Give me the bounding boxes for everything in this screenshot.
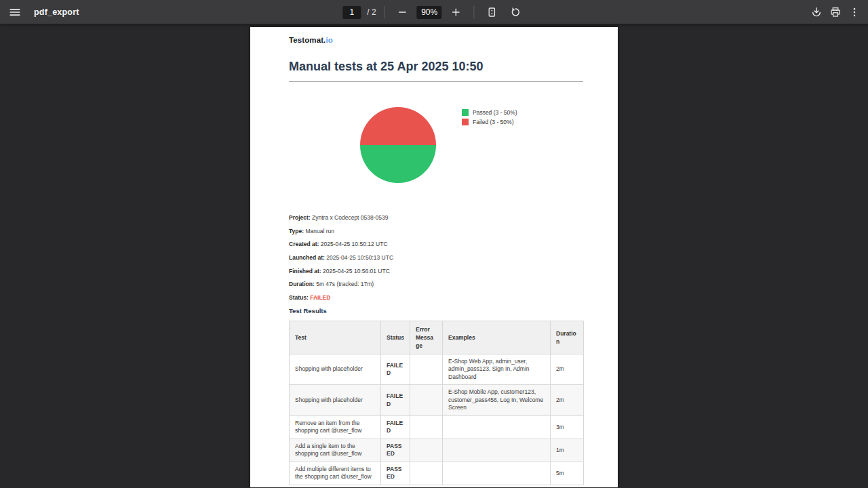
- detail-finished-at: Finished at: 2025-04-25 10:56:01 UTC: [289, 267, 583, 275]
- toolbar-separator: [474, 6, 475, 18]
- table-row: Add a single item to the shopping cart @…: [290, 439, 584, 462]
- cell-duration: 2m: [551, 385, 584, 416]
- toolbar-left: pdf_export: [0, 3, 79, 22]
- detail-value: 2025-04-25 10:50:13 UTC: [326, 254, 393, 261]
- pdf-viewer-canvas[interactable]: Testomat.io Manual tests at 25 Apr 2025 …: [0, 24, 868, 487]
- table-row: Shopping with placeholder FAILED E-Shop …: [290, 385, 584, 416]
- passed-swatch: [462, 109, 469, 116]
- cell-test: Add multiple different items to the shop…: [290, 462, 381, 485]
- detail-label: Launched at:: [289, 254, 325, 261]
- cell-error: [410, 385, 443, 416]
- cell-examples: [443, 462, 551, 485]
- cell-duration: 2m: [551, 354, 584, 385]
- toolbar-right: [807, 3, 868, 22]
- col-header-duration: Duration: [551, 321, 584, 354]
- detail-value: Zyntra x Codecept 0538-0539: [312, 214, 388, 221]
- download-icon: [810, 6, 823, 18]
- legend-label: Failed (3 - 50%): [473, 119, 513, 125]
- legend-label: Passed (3 - 50%): [473, 109, 517, 116]
- test-results-table: Test Status Error Message Examples Durat…: [289, 321, 584, 485]
- col-header-test: Test: [290, 321, 381, 354]
- detail-label: Status:: [289, 294, 309, 301]
- hamburger-icon: [9, 6, 21, 18]
- legend-item-failed: Failed (3 - 50%): [462, 119, 517, 125]
- detail-value: Manual run: [305, 228, 334, 235]
- kebab-menu-icon: [848, 6, 861, 18]
- col-header-examples: Examples: [443, 321, 551, 354]
- cell-test: Shopping with placeholder: [290, 354, 381, 385]
- detail-label: Created at:: [289, 241, 319, 247]
- status-badge: FAILED: [310, 294, 330, 301]
- menu-button[interactable]: [5, 3, 24, 22]
- fit-to-page-button[interactable]: [483, 3, 502, 22]
- document-title: pdf_export: [34, 7, 79, 17]
- cell-error: [410, 415, 443, 439]
- cell-status: PASSED: [381, 439, 410, 462]
- test-results-heading: Test Results: [289, 307, 583, 315]
- print-icon: [829, 6, 842, 18]
- pdf-viewer-toolbar: pdf_export / 2: [0, 0, 868, 24]
- detail-launched-at: Launched at: 2025-04-25 10:50:13 UTC: [289, 253, 583, 262]
- detail-label: Project:: [289, 214, 311, 221]
- page-total-label: / 2: [367, 7, 376, 17]
- detail-label: Finished at:: [289, 268, 321, 274]
- rotate-button[interactable]: [507, 3, 526, 22]
- detail-duration: Duration: 5m 47s (tracked: 17m): [289, 280, 583, 288]
- cell-examples: [443, 415, 551, 439]
- print-button[interactable]: [826, 3, 845, 22]
- pie-chart: [360, 107, 436, 183]
- logo-primary-text: Testomat.: [289, 36, 326, 44]
- cell-examples: E-Shop Mobile App, customer123, customer…: [443, 385, 551, 416]
- testomat-logo: Testomat.io: [289, 36, 583, 45]
- pdf-page-1: Testomat.io Manual tests at 25 Apr 2025 …: [250, 27, 618, 487]
- cell-error: [410, 462, 443, 485]
- table-row: Shopping with placeholder FAILED E-Shop …: [290, 354, 584, 385]
- cell-test: Shopping with placeholder: [290, 385, 381, 416]
- cell-examples: [443, 439, 551, 462]
- table-header-row: Test Status Error Message Examples Durat…: [290, 321, 584, 354]
- cell-error: [410, 439, 443, 462]
- download-button[interactable]: [807, 3, 826, 22]
- results-chart: Passed (3 - 50%) Failed (3 - 50%): [289, 107, 583, 183]
- cell-status: FAILED: [381, 415, 410, 439]
- cell-examples: E-Shop Web App, admin_user, admin_pass12…: [443, 354, 551, 385]
- toolbar-page-controls: / 2: [342, 0, 525, 24]
- toolbar-separator: [384, 6, 385, 18]
- title-divider: [289, 81, 583, 82]
- detail-value: 2025-04-25 10:56:01 UTC: [323, 268, 390, 274]
- col-header-error-message: Error Message: [410, 321, 443, 354]
- detail-project: Project: Zyntra x Codecept 0538-0539: [289, 214, 583, 222]
- detail-label: Duration:: [289, 281, 315, 287]
- col-header-status: Status: [381, 321, 410, 354]
- zoom-out-button[interactable]: [393, 3, 412, 22]
- table-row: Remove an item from the shopping cart @u…: [290, 415, 584, 439]
- cell-test: Add a single item to the shopping cart @…: [290, 439, 381, 462]
- cell-duration: 3m: [551, 415, 584, 439]
- zoom-level-input[interactable]: [417, 6, 442, 19]
- run-details: Project: Zyntra x Codecept 0538-0539 Typ…: [289, 214, 583, 302]
- report-title: Manual tests at 25 Apr 2025 10:50: [289, 60, 583, 73]
- detail-label: Type:: [289, 228, 304, 235]
- failed-swatch: [462, 119, 469, 125]
- cell-status: PASSED: [381, 462, 410, 485]
- table-row: Add multiple different items to the shop…: [290, 462, 584, 485]
- chart-legend: Passed (3 - 50%) Failed (3 - 50%): [462, 109, 517, 128]
- more-options-button[interactable]: [845, 3, 864, 22]
- cell-error: [410, 354, 443, 385]
- detail-type: Type: Manual run: [289, 227, 583, 235]
- fit-page-icon: [486, 6, 498, 18]
- cell-status: FAILED: [381, 385, 410, 416]
- plus-icon: [451, 7, 462, 18]
- legend-item-passed: Passed (3 - 50%): [462, 109, 517, 116]
- page-number-input[interactable]: [342, 6, 361, 19]
- detail-value: 5m 47s (tracked: 17m): [316, 281, 374, 287]
- rotate-ccw-icon: [510, 6, 522, 18]
- zoom-in-button[interactable]: [447, 3, 466, 22]
- minus-icon: [397, 7, 408, 18]
- detail-status: Status: FAILED: [289, 293, 583, 302]
- logo-accent-text: io: [326, 36, 332, 44]
- detail-value: 2025-04-25 10:50:12 UTC: [321, 241, 388, 247]
- cell-status: FAILED: [381, 354, 410, 385]
- detail-created-at: Created at: 2025-04-25 10:50:12 UTC: [289, 240, 583, 248]
- cell-test: Remove an item from the shopping cart @u…: [290, 415, 381, 439]
